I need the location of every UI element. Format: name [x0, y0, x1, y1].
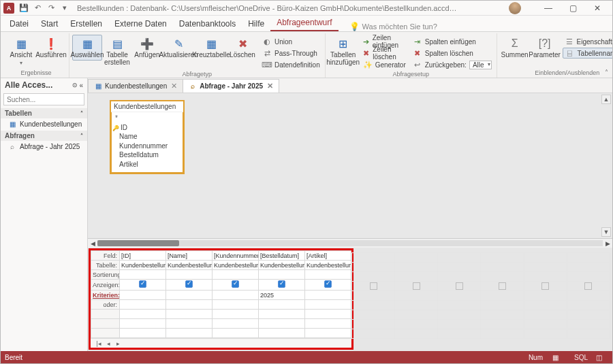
grid-cell[interactable]: [120, 291, 166, 300]
nav-group-queries-header[interactable]: Abfragen ˄: [1, 131, 87, 141]
grid-record-nav[interactable]: |◂ ◂ ▸: [91, 338, 351, 348]
grid-cell[interactable]: [305, 291, 351, 300]
grid-cell[interactable]: [213, 270, 259, 280]
show-checkbox[interactable]: [166, 280, 213, 291]
aktualisieren-button[interactable]: ✎ Aktualisieren: [162, 35, 195, 61]
query-design-canvas[interactable]: Kundenbestellungen * ID Name Kundennumme…: [88, 93, 612, 238]
unchecked-icon[interactable]: [413, 282, 420, 290]
nav-item-query-abfrage-jahr-2025[interactable]: ⌕ Abfrage - Jahr 2025: [1, 141, 87, 152]
scroll-right-icon[interactable]: ▶: [603, 239, 612, 248]
anfuegen-button[interactable]: ➕ Anfügen: [132, 35, 162, 61]
show-checkbox[interactable]: [213, 280, 259, 291]
save-icon[interactable]: 💾: [18, 3, 29, 14]
grid-cell[interactable]: [Bestelldatum]: [259, 251, 305, 261]
eigenschaftenblatt-button[interactable]: ☰Eigenschaftenblatt: [563, 36, 613, 47]
tab-hilfe[interactable]: Hilfe: [242, 16, 270, 31]
close-button[interactable]: ✕: [585, 1, 610, 16]
unchecked-icon[interactable]: [499, 282, 506, 290]
generator-button[interactable]: ✨Generator: [361, 59, 408, 70]
source-table-box[interactable]: Kundenbestellungen * ID Name Kundennumme…: [110, 100, 185, 174]
grid-cell[interactable]: [213, 291, 259, 300]
scroll-down-button[interactable]: ▼: [601, 227, 611, 237]
minimize-button[interactable]: —: [536, 1, 561, 16]
grid-cell[interactable]: [ID]: [120, 251, 166, 261]
field-id[interactable]: ID: [119, 123, 179, 133]
view-sql-button[interactable]: SQL: [574, 354, 586, 361]
maximize-button[interactable]: ▢: [561, 1, 585, 16]
zurueckgeben-field[interactable]: ↩ Zurückgeben: Alle ▾: [411, 59, 494, 70]
close-tab-icon[interactable]: ✕: [267, 82, 273, 90]
datendefinition-button[interactable]: ⌨Datendefinition: [260, 59, 322, 70]
tab-externe-daten[interactable]: Externe Daten: [108, 16, 173, 31]
unchecked-icon[interactable]: [541, 282, 549, 290]
grid-cell[interactable]: [166, 291, 213, 300]
tab-datei[interactable]: Datei: [3, 16, 35, 31]
grid-cell[interactable]: [166, 300, 213, 310]
grid-cell[interactable]: [259, 270, 305, 280]
show-checkbox[interactable]: [305, 280, 351, 291]
tab-datenbanktools[interactable]: Datenbanktools: [173, 16, 242, 31]
unchecked-icon[interactable]: [370, 282, 377, 290]
spalten-loeschen-button[interactable]: ✖Spalten löschen: [411, 48, 494, 59]
passthrough-button[interactable]: ⇄Pass-Through: [260, 48, 322, 59]
view-design-button[interactable]: ◫: [596, 354, 608, 361]
user-avatar-icon[interactable]: [509, 2, 521, 14]
tab-erstellen[interactable]: Erstellen: [64, 16, 108, 31]
grid-cell[interactable]: [166, 270, 213, 280]
field-bestelldatum[interactable]: Bestelldatum: [119, 150, 179, 160]
field-kundennummer[interactable]: Kundennummer: [119, 142, 179, 151]
nav-prev-icon[interactable]: ◂: [104, 340, 112, 347]
zeilen-loeschen-button[interactable]: ✖Zeilen löschen: [361, 48, 408, 59]
scroll-thumb[interactable]: [97, 240, 179, 246]
loeschen-button[interactable]: ✖ Löschen: [227, 35, 257, 61]
grid-cell[interactable]: Kundenbestellungen: [259, 261, 305, 270]
collapse-ribbon-icon[interactable]: ˄: [605, 69, 608, 76]
show-checkbox[interactable]: [259, 280, 305, 291]
close-tab-icon[interactable]: ✕: [171, 82, 177, 90]
grid-cell[interactable]: Kundenbestellungen: [120, 261, 166, 270]
tab-start[interactable]: Start: [35, 16, 64, 31]
ansicht-button[interactable]: ▦ Ansicht ▾: [6, 35, 36, 67]
grid-cell[interactable]: [Name]: [166, 251, 213, 261]
grid-cell[interactable]: [305, 300, 351, 310]
auswaehlen-button[interactable]: ▦ Auswählen: [72, 35, 102, 61]
nav-next-icon[interactable]: ▸: [114, 340, 122, 347]
grid-cell[interactable]: Kundenbestellungen: [166, 261, 213, 270]
grid-cell[interactable]: Kundenbestellungen: [213, 261, 259, 270]
field-artikel[interactable]: Artikel: [119, 160, 179, 169]
scroll-left-icon[interactable]: ◀: [88, 239, 97, 248]
nav-pane-title[interactable]: Alle Acces... ⊙ «: [1, 78, 87, 92]
parameter-button[interactable]: [?] Parameter: [530, 35, 560, 61]
nav-dropdown-icon[interactable]: ⊙: [72, 82, 78, 88]
summen-button[interactable]: Σ Summen: [500, 35, 530, 61]
field-name[interactable]: Name: [119, 132, 179, 142]
nav-item-table-kundenbestellungen[interactable]: ▦ Kundenbestellungen: [1, 118, 87, 129]
redo-icon[interactable]: ↷: [46, 3, 57, 14]
grid-cell[interactable]: [Artikel]: [305, 251, 351, 261]
grid-cell[interactable]: [120, 270, 166, 280]
scroll-up-button[interactable]: ▲: [601, 95, 611, 104]
tell-me-search[interactable]: 💡 Was möchten Sie tun?: [349, 22, 437, 31]
unchecked-icon[interactable]: [584, 282, 592, 290]
nav-first-icon[interactable]: |◂: [95, 340, 103, 347]
doc-tab-abfrage-jahr-2025[interactable]: ⌕ Abfrage - Jahr 2025 ✕: [183, 79, 279, 93]
view-datasheet-button[interactable]: ▦: [552, 354, 565, 361]
undo-icon[interactable]: ↶: [32, 3, 43, 14]
zurueckgeben-combo[interactable]: Alle ▾: [469, 61, 492, 69]
tabelle-erstellen-button[interactable]: ▤ Tabelle erstellen: [102, 35, 132, 67]
unchecked-icon[interactable]: [456, 282, 463, 290]
nav-search-input[interactable]: [4, 96, 93, 103]
grid-cell[interactable]: [305, 270, 351, 280]
doc-tab-kundenbestellungen[interactable]: ▦ Kundenbestellungen ✕: [88, 79, 183, 93]
union-button[interactable]: ◐Union: [260, 36, 322, 47]
spalten-einfuegen-button[interactable]: ⇥Spalten einfügen: [411, 36, 494, 47]
grid-cell[interactable]: 2025: [259, 291, 305, 300]
field-star[interactable]: *: [115, 114, 179, 123]
tabellennamen-toggle[interactable]: ⌸Tabellennamen: [563, 48, 613, 59]
nav-group-tables-header[interactable]: Tabellen ˄: [1, 108, 87, 118]
kreuztabelle-button[interactable]: ▦ Kreuztabelle: [195, 35, 227, 61]
nav-search[interactable]: 🔍: [3, 93, 84, 105]
grid-cell[interactable]: [120, 300, 166, 310]
ausfuehren-button[interactable]: ❗ Ausführen: [36, 35, 66, 61]
qat-customize-icon[interactable]: ▾: [59, 3, 70, 14]
